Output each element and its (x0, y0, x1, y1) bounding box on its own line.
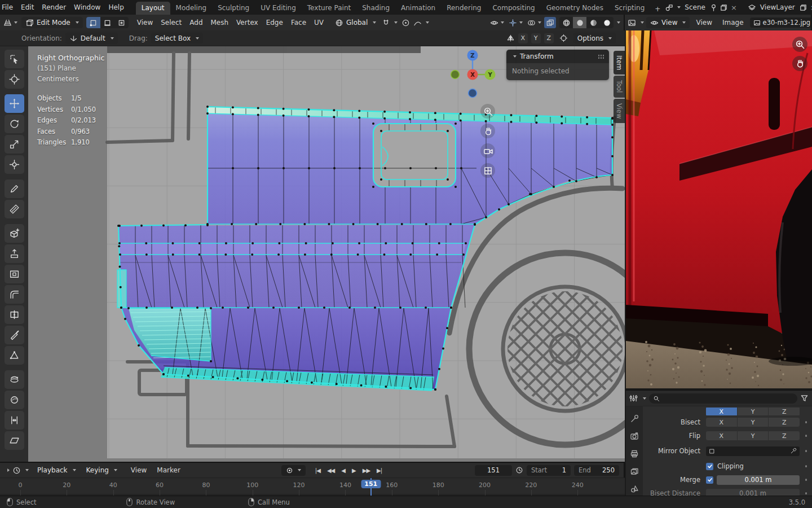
chevron-down-icon[interactable] (677, 6, 681, 8)
playhead-badge[interactable]: 151 (361, 480, 381, 488)
mirror-x-toggle[interactable]: X (518, 33, 528, 43)
menu-view[interactable]: View (133, 17, 157, 28)
bisect-distance-field[interactable]: 0.001 m (706, 489, 800, 496)
bisect-y-button[interactable]: Y (738, 418, 769, 427)
workspace-tab-rendering[interactable]: Rendering (441, 2, 487, 15)
jump-to-end-button[interactable]: ▶| (374, 466, 385, 475)
flip-x-button[interactable]: X (706, 431, 737, 440)
menu-help[interactable]: Help (104, 2, 127, 13)
tool-move[interactable] (5, 94, 24, 113)
menu-vertex[interactable]: Vertex (232, 17, 262, 28)
workspace-tab-modeling[interactable]: Modeling (170, 2, 213, 15)
image-mode-dropdown[interactable]: View (646, 17, 690, 28)
menu-face[interactable]: Face (287, 17, 310, 28)
transform-orientation-dropdown[interactable]: Global (331, 17, 380, 28)
properties-editor-icon[interactable] (629, 394, 638, 402)
tool-inset[interactable] (5, 265, 24, 283)
sidebar-tab-item[interactable]: Item (614, 51, 625, 75)
timeline-editor-icon[interactable] (12, 466, 21, 475)
xray-toggle[interactable] (544, 17, 556, 28)
orientation-setting-dropdown[interactable]: Default (65, 33, 118, 44)
chevron-down-icon[interactable] (14, 21, 17, 24)
animate-dot[interactable] (805, 465, 807, 467)
chevron-down-icon[interactable] (394, 21, 398, 24)
snap-target-icon[interactable] (559, 34, 568, 42)
axis-y-button[interactable]: Y (738, 408, 769, 415)
mirror-z-toggle[interactable]: Z (544, 33, 554, 43)
sidebar-tab-tool[interactable]: Tool (614, 76, 625, 97)
rendered-shading-button[interactable] (600, 17, 614, 28)
menu-view[interactable]: View (127, 465, 151, 476)
drag-setting-dropdown[interactable]: Select Box (151, 33, 203, 43)
image-zoom-button[interactable] (792, 37, 807, 52)
axis-z-button[interactable]: Z (769, 408, 800, 415)
tool-transform[interactable] (5, 155, 24, 174)
new-scene-icon[interactable] (720, 3, 728, 12)
edge-select-button[interactable] (100, 17, 114, 28)
3d-viewport[interactable]: Right Orthographic (151) Plane Centimete… (28, 46, 625, 462)
tool-shear[interactable] (5, 431, 24, 450)
transform-panel-header[interactable]: Transform (506, 50, 609, 63)
clipping-checkbox[interactable] (706, 463, 713, 470)
menu-add[interactable]: Add (186, 17, 206, 28)
merge-checkbox[interactable] (706, 476, 713, 484)
chevron-down-icon[interactable] (617, 21, 620, 24)
wireframe-shading-button[interactable] (559, 17, 573, 28)
proportional-falloff-button[interactable] (412, 17, 423, 28)
timeline-ruler[interactable]: 151 020406080100120140160180200220240 (0, 478, 625, 497)
mode-dropdown[interactable]: Edit Mode (21, 17, 83, 28)
menu-edit[interactable]: Edit (17, 2, 38, 13)
workspace-tab-sculpting[interactable]: Sculpting (212, 2, 255, 15)
image-editor[interactable] (626, 30, 812, 388)
flip-y-button[interactable]: Y (738, 431, 769, 440)
menu-image[interactable]: Image (718, 17, 748, 28)
workspace-tab-compositing[interactable]: Compositing (487, 2, 540, 15)
tool-extrude[interactable] (5, 244, 24, 263)
snap-toggle[interactable] (380, 17, 392, 28)
axis-x-button[interactable]: X (706, 408, 737, 415)
menu-window[interactable]: Window (70, 2, 104, 13)
workspace-tab-animation[interactable]: Animation (395, 2, 441, 15)
viewport-canvas[interactable] (28, 46, 625, 462)
chevron-down-icon[interactable] (641, 21, 644, 24)
pin-icon[interactable] (709, 3, 718, 12)
animate-dot[interactable] (805, 435, 807, 437)
face-select-button[interactable] (114, 17, 129, 28)
zoom-button[interactable] (480, 104, 495, 119)
scene-tab-icon[interactable] (630, 484, 639, 493)
animate-dot[interactable] (805, 479, 807, 481)
close-icon[interactable]: × (730, 4, 738, 11)
tool-smooth[interactable] (5, 391, 24, 409)
pan-button[interactable] (480, 124, 495, 138)
play-reverse-button[interactable]: ◀ (338, 466, 348, 475)
chevron-down-icon[interactable] (25, 469, 29, 471)
tool-spin[interactable] (5, 370, 24, 389)
bisect-z-button[interactable]: Z (769, 418, 800, 427)
workspace-tab-shading[interactable]: Shading (356, 2, 395, 15)
jump-to-start-button[interactable]: |◀ (312, 466, 323, 475)
viewlayer-tab-icon[interactable] (630, 467, 639, 476)
play-button[interactable]: ▶ (349, 466, 359, 475)
tool-edge-slide[interactable] (5, 411, 24, 430)
menu-render[interactable]: Render (38, 2, 70, 13)
auto-keying-toggle[interactable] (281, 465, 306, 476)
menu-mesh[interactable]: Mesh (207, 17, 233, 28)
sidebar-tab-view[interactable]: View (614, 99, 625, 123)
gizmo-z-negative[interactable] (469, 89, 477, 98)
options-dropdown[interactable]: Options (573, 33, 616, 43)
workspace-tab-texture-paint[interactable]: Texture Paint (302, 2, 356, 15)
workspace-tab-layout[interactable]: Layout (136, 2, 170, 15)
image-editor-type-icon[interactable] (628, 19, 636, 27)
end-frame-field[interactable]: End 250 (574, 465, 619, 476)
keying-dropdown[interactable]: Keying (82, 465, 121, 476)
mirror-y-toggle[interactable]: Y (531, 33, 541, 43)
gizmo-y-negative[interactable] (451, 71, 460, 79)
animate-dot[interactable] (805, 492, 807, 494)
start-frame-field[interactable]: Start 1 (527, 465, 571, 476)
vertex-select-button[interactable] (86, 17, 100, 28)
add-workspace-button[interactable]: + (650, 3, 665, 15)
workspace-tab-geometry-nodes[interactable]: Geometry Nodes (541, 2, 609, 15)
tool-rotate[interactable] (5, 115, 24, 133)
flip-z-button[interactable]: Z (769, 431, 800, 440)
render-tab-icon[interactable] (630, 432, 639, 441)
